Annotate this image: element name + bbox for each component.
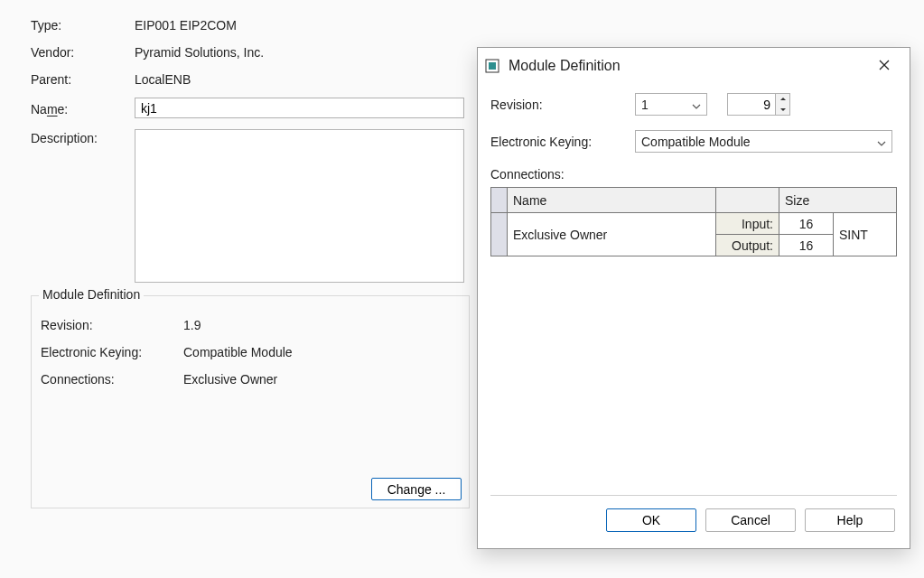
description-input[interactable]: [135, 129, 464, 283]
change-button[interactable]: Change ...: [371, 478, 462, 500]
module-definition-dialog: Module Definition Revision: 1: [477, 47, 910, 549]
vendor-value: Pyramid Solutions, Inc.: [135, 43, 264, 60]
connections-label: Connections:: [490, 167, 897, 182]
spinner-down-button[interactable]: [776, 105, 789, 116]
connections-table[interactable]: Name Size Exclusive Owner Input: 16 SINT: [490, 187, 897, 256]
dialog-title: Module Definition: [509, 58, 866, 74]
connections-header-row-selector: [491, 188, 508, 213]
md-ek-value: Compatible Module: [183, 345, 293, 359]
revision-minor-input[interactable]: [728, 94, 775, 115]
type-value: EIP001 EIP2COM: [135, 16, 237, 33]
properties-page: Type: EIP001 EIP2COM Vendor: Pyramid Sol…: [0, 0, 924, 578]
description-label: Description:: [31, 129, 135, 145]
revision-label: Revision:: [490, 98, 635, 112]
name-label-pre: Na: [31, 102, 47, 117]
connections-header-direction: [716, 188, 779, 213]
svg-rect-1: [489, 62, 496, 70]
dialog-body: Revision: 1: [478, 84, 910, 508]
cancel-button[interactable]: Cancel: [705, 508, 796, 532]
type-row: Type: EIP001 EIP2COM: [31, 16, 924, 33]
dialog-titlebar[interactable]: Module Definition: [478, 48, 910, 84]
ek-select-value: Compatible Module: [641, 135, 751, 149]
connections-header-size: Size: [779, 188, 897, 213]
ek-select[interactable]: Compatible Module: [635, 130, 892, 153]
md-conn-label: Connections:: [41, 372, 183, 387]
type-label: Type:: [31, 16, 135, 33]
spinner-up-button[interactable]: [776, 94, 789, 105]
input-size-cell[interactable]: 16: [779, 213, 834, 235]
name-label-accel: m: [47, 102, 58, 117]
ok-button[interactable]: OK: [606, 508, 696, 532]
table-row-selector[interactable]: [491, 213, 508, 256]
name-label: Name:: [31, 100, 135, 117]
datatype-cell[interactable]: SINT: [834, 213, 897, 256]
connection-name-cell[interactable]: Exclusive Owner: [508, 213, 716, 256]
ek-row: Electronic Keying: Compatible Module: [490, 130, 897, 153]
chevron-down-icon: [692, 98, 701, 112]
module-definition-group: Module Definition Revision: 1.9 Electron…: [31, 295, 470, 508]
output-direction-label: Output:: [716, 235, 779, 256]
close-icon: [879, 59, 890, 73]
md-revision-row: Revision: 1.9: [41, 318, 469, 332]
close-button[interactable]: [866, 52, 902, 79]
parent-label: Parent:: [31, 70, 135, 87]
md-conn-row: Connections: Exclusive Owner: [41, 372, 469, 387]
md-revision-value: 1.9: [183, 318, 201, 332]
module-definition-legend: Module Definition: [39, 287, 144, 302]
help-button[interactable]: Help: [805, 508, 895, 532]
connections-header-name: Name: [508, 188, 716, 213]
md-conn-value: Exclusive Owner: [183, 372, 277, 387]
name-input[interactable]: [135, 98, 464, 118]
input-direction-label: Input:: [716, 213, 779, 235]
output-size-cell[interactable]: 16: [779, 235, 834, 256]
revision-row: Revision: 1: [490, 93, 897, 116]
chevron-down-icon: [877, 135, 886, 149]
parent-value: LocalENB: [135, 70, 191, 87]
md-revision-label: Revision:: [41, 318, 183, 332]
revision-minor-spinner[interactable]: [727, 93, 790, 116]
revision-major-value: 1: [641, 98, 649, 112]
dialog-app-icon: [485, 59, 499, 73]
revision-major-select[interactable]: 1: [635, 93, 707, 116]
dialog-separator: [490, 495, 897, 496]
md-ek-row: Electronic Keying: Compatible Module: [41, 345, 469, 359]
dialog-button-row: OK Cancel Help: [478, 508, 910, 548]
md-ek-label: Electronic Keying:: [41, 345, 183, 359]
name-label-post: e:: [58, 102, 69, 117]
ek-label: Electronic Keying:: [490, 135, 635, 149]
vendor-label: Vendor:: [31, 43, 135, 60]
